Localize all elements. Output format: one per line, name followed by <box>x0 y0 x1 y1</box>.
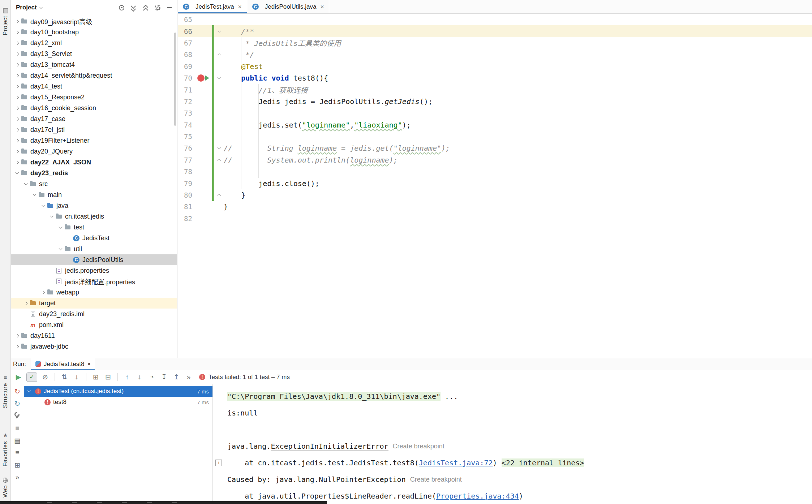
stacktrace-link[interactable]: JedisTest.java:72 <box>419 458 493 467</box>
tree-item-webapp[interactable]: webapp <box>11 287 177 298</box>
show-ignored-toggle[interactable]: ⊘ <box>39 372 51 382</box>
settings-button[interactable] <box>155 5 160 10</box>
import-test-results-button[interactable]: ↧ <box>158 372 170 382</box>
rerun-tests-button[interactable]: ↻ <box>13 400 22 408</box>
chevron-collapsed-icon[interactable] <box>13 118 21 120</box>
create-breakpoint-hint[interactable]: Create breakpoint <box>393 443 444 450</box>
locate-file-button[interactable] <box>119 5 124 10</box>
gutter-breakpoint-area[interactable] <box>192 201 209 212</box>
gutter-breakpoint-area[interactable] <box>192 107 209 119</box>
chevron-collapsed-icon[interactable] <box>13 85 21 88</box>
gutter-breakpoint-area[interactable] <box>192 177 209 189</box>
collapse-all-button[interactable] <box>142 4 149 11</box>
test-filter-button[interactable]: ▤ <box>13 436 22 444</box>
pin-tab-button[interactable]: ⊞ <box>13 461 22 469</box>
chevron-collapsed-icon[interactable] <box>13 64 21 66</box>
tree-item-jedistest[interactable]: CJedisTest <box>11 233 177 244</box>
test-settings-button[interactable] <box>13 412 22 420</box>
gutter-breakpoint-area[interactable] <box>192 84 209 95</box>
tree-item-cn-itcast-jedis[interactable]: cn.itcast.jedis <box>11 211 177 222</box>
code-text[interactable]: // String loginname = jedis.get("loginna… <box>224 144 450 152</box>
chevron-collapsed-icon[interactable] <box>13 74 21 77</box>
stripe-structure-button[interactable]: Structure <box>2 383 9 408</box>
breakpoint-icon[interactable] <box>197 74 205 82</box>
rerun-button[interactable]: ▶ <box>12 372 25 382</box>
fold-marker-icon[interactable] <box>215 158 224 162</box>
chevron-collapsed-icon[interactable] <box>13 150 21 153</box>
tree-item-jedis-properties[interactable]: jedis.properties <box>11 265 177 276</box>
gutter-breakpoint-area[interactable] <box>192 119 209 131</box>
gutter-breakpoint-area[interactable] <box>192 154 209 166</box>
gutter-breakpoint-area[interactable] <box>192 61 209 72</box>
tree-item-day13_tomcat4[interactable]: day13_tomcat4 <box>11 59 177 70</box>
tree-item-util[interactable]: util <box>11 244 177 254</box>
expand-all-button[interactable] <box>130 4 137 11</box>
gutter-breakpoint-area[interactable] <box>192 25 209 37</box>
tree-item-day19filter-listener[interactable]: day19Filter+Listener <box>11 135 177 146</box>
tree-item-day20_jquery[interactable]: day20_JQuery <box>11 146 177 157</box>
gutter-breakpoint-area[interactable] <box>192 49 209 60</box>
test-history-button[interactable]: ◔ <box>146 372 158 382</box>
more-options-button[interactable]: » <box>182 372 195 382</box>
chevron-expanded-icon[interactable] <box>22 183 30 185</box>
chevron-expanded-icon[interactable] <box>13 172 21 174</box>
chevron-expanded-icon[interactable] <box>56 227 64 228</box>
fold-marker-icon[interactable] <box>215 53 224 56</box>
chevron-collapsed-icon[interactable] <box>13 42 21 44</box>
chevron-collapsed-icon[interactable] <box>13 139 21 142</box>
fold-marker-icon[interactable] <box>215 77 224 79</box>
tree-item-day23_redis-iml[interactable]: day23_redis.iml <box>11 309 177 319</box>
test-tree-item-jedistest-cn-itcast-jedis-test[interactable]: !JedisTest (cn.itcast.jedis.test)7 ms <box>24 386 212 397</box>
tree-item-java[interactable]: java <box>11 200 177 211</box>
expand-stacktrace-icon[interactable]: + <box>215 460 222 466</box>
close-tab-icon[interactable]: × <box>238 3 242 10</box>
code-text[interactable]: } <box>224 191 245 199</box>
tree-item-day17el_jstl[interactable]: day17el_jstl <box>11 124 177 135</box>
stop-button[interactable]: ■ <box>13 424 22 432</box>
tree-item-src[interactable]: src <box>11 178 177 189</box>
tree-item-main[interactable]: main <box>11 189 177 200</box>
folded-text[interactable]: "C:\Program Files\Java\jdk1.8.0_311\bin\… <box>227 392 441 401</box>
code-text[interactable]: //1、获取连接 <box>224 85 308 95</box>
tree-item-day1611[interactable]: day1611 <box>11 330 177 341</box>
tree-item-day16_cookie_session[interactable]: day16_cookie_session <box>11 103 177 113</box>
run-tab-jedistest-test8[interactable]: JedisTest.test8 × <box>31 358 95 370</box>
gutter-breakpoint-area[interactable] <box>192 72 209 84</box>
gutter-breakpoint-area[interactable] <box>192 14 209 25</box>
gutter-breakpoint-area[interactable] <box>192 213 209 224</box>
tree-item-day13_servlet[interactable]: day13_Servlet <box>11 48 177 59</box>
stripe-favorites-button[interactable]: Favorites <box>2 441 9 466</box>
tree-item-day17_case[interactable]: day17_case <box>11 113 177 124</box>
tree-item-day14_test[interactable]: day14_test <box>11 81 177 92</box>
test-tree-item-test8[interactable]: !test87 ms <box>24 397 212 408</box>
chevron-collapsed-icon[interactable] <box>13 20 21 23</box>
chevron-expanded-icon[interactable] <box>30 194 38 195</box>
code-text[interactable]: */ <box>224 50 254 59</box>
chevron-collapsed-icon[interactable] <box>39 291 47 294</box>
more-tools-button[interactable]: » <box>13 473 22 481</box>
export-test-results-button[interactable]: ↥ <box>170 372 182 382</box>
project-scrollbar[interactable] <box>174 33 176 126</box>
editor-code-area[interactable]: 6566 /**67 * JedisUtils工具类的使用68 */69 @Te… <box>178 14 812 224</box>
code-text[interactable]: jedis.close(); <box>224 179 319 188</box>
chevron-collapsed-icon[interactable] <box>13 53 21 55</box>
tree-item-day22_ajax_json[interactable]: day22_AJAX_JSON <box>11 157 177 168</box>
chevron-collapsed-icon[interactable] <box>13 129 21 131</box>
stacktrace-link[interactable]: Properties.java:434 <box>436 492 519 500</box>
sort-alphabetically-toggle[interactable]: ⇅ <box>58 372 70 382</box>
tree-item-day09_javascript[interactable]: day09_javascript高级 <box>11 16 177 27</box>
tree-item-javaweb-jdbc[interactable]: javaweb-jdbc <box>11 341 177 352</box>
chevron-expanded-icon[interactable] <box>48 216 56 217</box>
chevron-collapsed-icon[interactable] <box>13 335 21 337</box>
code-text[interactable]: } <box>224 202 228 211</box>
gutter-breakpoint-area[interactable] <box>192 189 209 201</box>
tree-item-jedispoolutils[interactable]: CJedisPoolUtils <box>11 254 177 265</box>
tree-item-day14_servlet-http-request[interactable]: day14_servlet&http&request <box>11 70 177 81</box>
gutter-breakpoint-area[interactable] <box>192 166 209 177</box>
next-failed-test-button[interactable]: ↓ <box>133 372 146 382</box>
expand-all-button[interactable]: ⊞ <box>90 372 102 382</box>
tree-item-target[interactable]: target <box>11 298 177 309</box>
tree-item-day23_redis[interactable]: day23_redis <box>11 168 177 178</box>
create-breakpoint-hint[interactable]: Create breakpoint <box>410 476 462 483</box>
project-panel-title[interactable]: Project <box>16 4 37 11</box>
